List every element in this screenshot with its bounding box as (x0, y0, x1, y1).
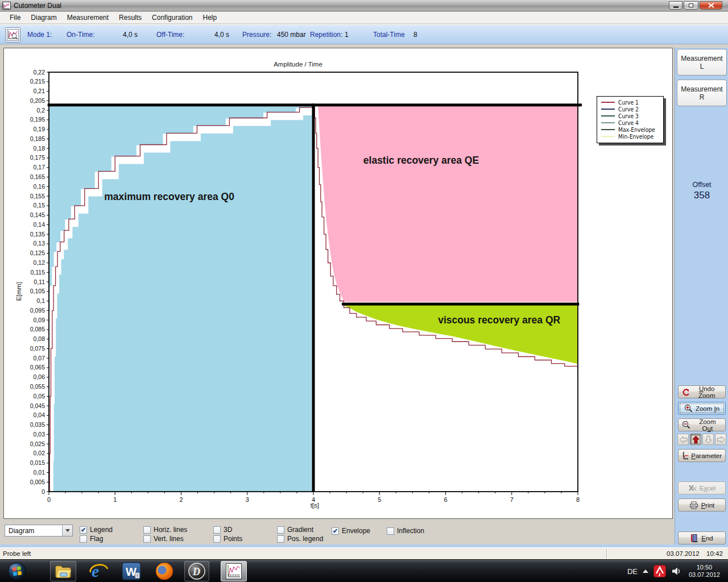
checkbox-label: Vert. lines (154, 535, 184, 543)
parameter-button[interactable]: Parameter (678, 449, 726, 462)
y-tick-label: 0,145 (30, 211, 45, 218)
cutometer-icon (226, 563, 242, 579)
y-tick-label: 0,165 (30, 173, 45, 180)
unchecked-checkbox-icon[interactable] (143, 535, 151, 543)
taskbar-clock[interactable]: 10:50 03.07.2012 (689, 564, 720, 579)
end-button[interactable]: End (678, 531, 726, 544)
unchecked-checkbox-icon[interactable] (387, 527, 394, 535)
diagram-type-select[interactable]: Diagram (5, 525, 73, 537)
excel-label: Excel (700, 485, 715, 492)
menu-measurement[interactable]: Measurement (62, 13, 114, 23)
taskbar: e W D DE 10:50 03.07.2012 (0, 559, 728, 582)
checkbox-horiz-lines[interactable]: Horiz. lines (143, 526, 187, 534)
volume-icon[interactable] (671, 566, 681, 576)
y-tick-label: 0,125 (30, 250, 45, 256)
mode-button[interactable] (5, 27, 20, 43)
legend-line-sample (601, 122, 615, 123)
restore-button[interactable] (684, 1, 698, 10)
y-tick-label: 0,065 (30, 364, 45, 371)
menu-diagram[interactable]: Diagram (26, 13, 61, 23)
chart-legend: Curve 1Curve 2Curve 3Curve 4Max-Envelope… (597, 96, 664, 143)
excel-button[interactable]: Excel (678, 481, 726, 494)
language-indicator[interactable]: DE (627, 567, 638, 576)
y-tick-label: 0,17 (34, 164, 46, 171)
y-tick-label: 0,08 (34, 335, 46, 342)
checkbox-legend[interactable]: ✔Legend (80, 526, 113, 534)
y-tick-label: 0,085 (30, 326, 45, 332)
zoom-out-button[interactable]: Zoom Out (678, 418, 726, 431)
x-tick-label: 1 (113, 496, 117, 503)
unchecked-checkbox-icon[interactable] (213, 526, 221, 534)
minimize-button[interactable] (669, 1, 682, 10)
pan-right-button[interactable] (715, 434, 726, 445)
legend-line-sample (601, 102, 615, 103)
zoom-in-icon (684, 404, 693, 413)
close-button[interactable] (700, 1, 722, 10)
unchecked-checkbox-icon[interactable] (277, 535, 284, 543)
x-tick-label: 3 (246, 496, 249, 503)
checkbox-envelope[interactable]: ✔Envelope (332, 527, 370, 535)
y-tick-label: 0,195 (30, 116, 45, 123)
toolbar-field-value: 450 mbar (277, 31, 306, 39)
taskbar-cutometer-button[interactable] (221, 561, 247, 581)
close-icon (708, 3, 714, 8)
checkbox-label: 3D (224, 526, 232, 534)
measurement-l-button[interactable]: Measurement L (677, 49, 727, 76)
checkbox-label: Inflection (397, 527, 424, 535)
toolbar-field-label: Off-Time: (156, 31, 184, 39)
unchecked-checkbox-icon[interactable] (213, 535, 221, 543)
menu-file[interactable]: File (5, 13, 26, 23)
checkbox-points[interactable]: Points (213, 535, 242, 543)
y-tick-label: 0,005 (30, 479, 45, 485)
unchecked-checkbox-icon[interactable] (143, 526, 151, 534)
unchecked-checkbox-icon[interactable] (80, 535, 87, 543)
checked-checkbox-icon[interactable]: ✔ (332, 527, 339, 535)
legend-label: Max-Envelope (618, 127, 655, 133)
taskbar-explorer-button[interactable] (50, 561, 76, 581)
undo-zoom-button[interactable]: Undo Zoom (678, 385, 726, 398)
x-tick-label: 5 (378, 496, 381, 503)
checkbox-flag[interactable]: Flag (80, 535, 103, 543)
y-tick-label: 0,06 (34, 373, 46, 380)
checkbox-inflection[interactable]: Inflection (387, 527, 424, 535)
internet-explorer-icon[interactable]: e (89, 562, 109, 581)
zoom-out-icon (682, 421, 690, 429)
checkbox-3d[interactable]: 3D (213, 526, 232, 534)
minimize-icon (673, 6, 679, 8)
avira-tray-icon[interactable] (653, 565, 666, 577)
svg-text:D: D (192, 566, 200, 577)
y-tick-label: 0,115 (31, 269, 46, 276)
menu-results[interactable]: Results (114, 13, 147, 23)
pan-up-button[interactable] (690, 434, 701, 445)
checkbox-vert-lines[interactable]: Vert. lines (143, 535, 184, 543)
show-hidden-icons[interactable] (643, 569, 648, 573)
word-icon[interactable]: W (122, 562, 141, 581)
start-button[interactable] (7, 561, 27, 581)
status-probe: Probe left (3, 550, 31, 557)
checkbox-gradient[interactable]: Gradient (277, 526, 313, 534)
title-bar[interactable]: Cutometer Dual (0, 0, 728, 11)
y-tick-label: 0,13 (34, 240, 46, 247)
print-button[interactable]: Print (678, 498, 726, 512)
window-title: Cutometer Dual (14, 2, 61, 10)
dropdown-button[interactable] (62, 525, 72, 536)
undo-zoom-icon (682, 388, 689, 396)
y-tick-label: 0,12 (34, 259, 46, 266)
checkbox-pos-legend[interactable]: Pos. legend (277, 535, 323, 543)
checked-checkbox-icon[interactable]: ✔ (80, 526, 87, 534)
taskbar-d-tools-button[interactable]: D (184, 561, 209, 581)
offset-label: Offset (675, 181, 728, 189)
firefox-icon[interactable] (155, 562, 174, 581)
unchecked-checkbox-icon[interactable] (277, 526, 284, 534)
y-tick-label: 0 (42, 488, 45, 495)
measurement-r-button[interactable]: Measurement R (677, 80, 727, 106)
legend-label: Curve 1 (618, 99, 639, 106)
menu-configuration[interactable]: Configuration (147, 13, 197, 23)
system-tray: DE 10:50 03.07.2012 (627, 560, 725, 582)
menu-help[interactable]: Help (197, 13, 222, 23)
legend-label: Curve 2 (618, 106, 639, 113)
zoom-in-button[interactable]: Zoom In (678, 402, 726, 415)
pan-down-button[interactable] (702, 434, 714, 445)
pan-left-button[interactable] (677, 434, 689, 445)
legend-label: Min-Envelope (618, 134, 653, 140)
